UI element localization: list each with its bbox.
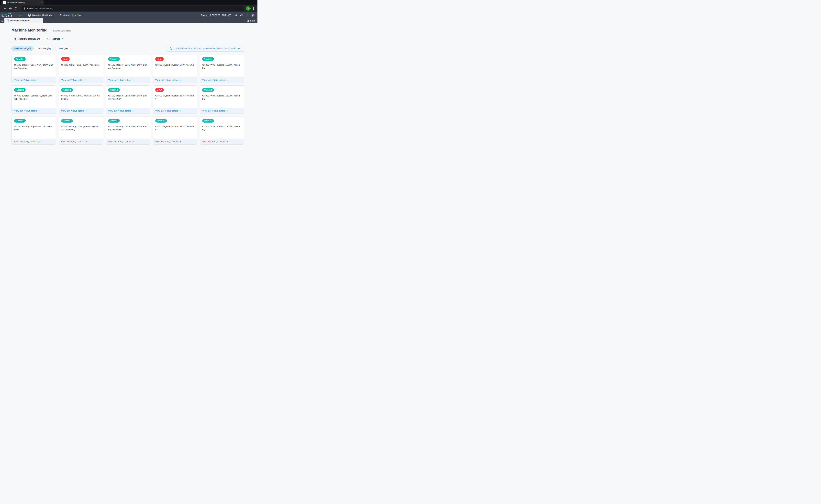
- view-details-label: View last 7 days details: [108, 79, 131, 81]
- machine-card: Available OP300_Wind_Turbine_1500W_Assem…: [200, 55, 244, 83]
- view-details-label: View last 7 days details: [14, 140, 37, 143]
- view-details-link[interactable]: View last 7 days details: [153, 77, 197, 83]
- filter-pills: All Machines (96) Available (43) Down (5…: [11, 46, 71, 51]
- dashboard-tab-icon: [7, 19, 9, 22]
- view-details-label: View last 7 days details: [155, 79, 178, 81]
- tab-realtime-dashboard[interactable]: Realtime Dashboard: [11, 38, 45, 42]
- machine-name: OP600_Smart_Grid_Controller_2.0_Assembly: [61, 94, 100, 100]
- info-banner-text: Utilization and Availability are compute…: [174, 47, 241, 50]
- chevron-right-icon: [179, 141, 181, 143]
- view-details-link[interactable]: View last 7 days details: [106, 139, 150, 144]
- page-header: Machine Monitoring Realtime Dashboard: [11, 28, 244, 32]
- view-details-label: View last 7 days details: [155, 110, 178, 112]
- back-icon[interactable]: [2, 6, 8, 11]
- view-details-label: View last 7 days details: [14, 79, 37, 81]
- view-details-link[interactable]: View last 7 days details: [200, 139, 244, 144]
- browser-toolbar: lcsrv02/MachineMonitoring V: [0, 5, 258, 12]
- breadcrumb-chevron-icon: [49, 30, 50, 31]
- machine-name: OP400_Hybrid_Inverter_5KW_Assembly: [155, 125, 194, 131]
- tab-close-icon[interactable]: ×: [40, 1, 42, 4]
- filter-down[interactable]: Down (53): [55, 46, 71, 51]
- dashboard-grid-icon: [14, 38, 16, 40]
- info-icon: [169, 47, 172, 50]
- view-details-label: View last 7 days details: [202, 79, 225, 81]
- chevron-right-icon: [38, 79, 40, 81]
- chevron-right-icon: [179, 110, 181, 112]
- view-details-link[interactable]: View last 7 days details: [200, 108, 244, 114]
- view-details-link[interactable]: View last 7 days details: [59, 108, 103, 114]
- save-button[interactable]: Save: [247, 18, 258, 23]
- forward-icon[interactable]: [8, 6, 13, 11]
- machine-card: Available OP300_Wind_Turbine_1500W_Assem…: [200, 116, 244, 145]
- view-details-link[interactable]: View last 7 days details: [106, 108, 150, 114]
- view-details-link[interactable]: View last 7 days details: [12, 139, 56, 144]
- linecraft-logo[interactable]: linecraft.ai: [0, 13, 15, 17]
- announcement-icon[interactable]: [239, 12, 244, 18]
- status-badge: Available: [14, 119, 26, 123]
- status-badge: Available: [61, 119, 73, 123]
- chevron-right-icon: [38, 110, 40, 112]
- machine-card: Available OP100_Battery_Case_New_240V_Ba…: [105, 116, 150, 145]
- status-badge: Available: [155, 119, 167, 123]
- view-details-label: View last 7 days details: [108, 140, 131, 143]
- logo-text: linecraft.ai: [2, 15, 15, 17]
- view-details-link[interactable]: View last 7 days details: [59, 77, 103, 83]
- notifications-bell-icon[interactable]: [233, 12, 239, 18]
- info-banner: Utilization and Availability are compute…: [166, 46, 244, 52]
- filter-available[interactable]: Available (43): [35, 46, 53, 51]
- settings-gear-icon[interactable]: [250, 12, 255, 18]
- view-details-label: View last 7 days details: [108, 110, 131, 112]
- url-bar[interactable]: lcsrv02/MachineMonitoring: [21, 6, 244, 11]
- machine-name: OP800_Energy_Management_System_3.0_Assem…: [61, 125, 100, 131]
- machine-name: OP100_Battery_Case_New_240V_Battery Asse…: [108, 94, 147, 100]
- filter-row: All Machines (96) Available (43) Down (5…: [11, 46, 244, 52]
- chevron-right-icon: [38, 141, 40, 143]
- browser-menu-icon[interactable]: [252, 6, 256, 11]
- machine-card: Available OP400_Hybrid_Inverter_5KW_Asse…: [153, 116, 197, 145]
- workspace-tab-realtime-dashboard[interactable]: Realtime Dashboard: [4, 18, 43, 23]
- chevron-right-icon: [227, 141, 228, 143]
- status-badge: Down: [155, 57, 164, 61]
- apps-grid-icon[interactable]: [15, 12, 25, 18]
- workspace-tab-bar: Realtime Dashboard Save: [0, 18, 258, 23]
- machine-card: Down OP400_Hybrid_Inverter_5KW_Assembly …: [153, 85, 197, 114]
- machine-card: Down OP400_Hybrid_Inverter_5KW_Assembly …: [153, 55, 197, 83]
- machine-name: OP200_Solar_Panel_300W_Assembly: [61, 63, 100, 66]
- view-details-link[interactable]: View last 7 days details: [200, 77, 244, 83]
- heatmap-bubbles-icon: [47, 38, 49, 40]
- view-details-link[interactable]: View last 7 days details: [59, 139, 103, 144]
- status-badge: Down: [61, 57, 70, 61]
- status-badge: Available: [108, 57, 120, 61]
- favicon: [3, 1, 6, 4]
- view-details-label: View last 7 days details: [61, 110, 84, 112]
- breadcrumb-label: Realtime Dashboard: [52, 30, 71, 32]
- status-badge: Available: [202, 88, 214, 92]
- page-content: Machine Monitoring Realtime Dashboard Re…: [0, 28, 258, 145]
- account-icon[interactable]: [244, 12, 250, 18]
- browser-avatar[interactable]: V: [246, 6, 251, 11]
- view-details-link[interactable]: View last 7 days details: [12, 77, 56, 83]
- header-actions: Data as of: 00:00:00 | 11/Jun/25: [201, 12, 258, 18]
- view-details-link[interactable]: View last 7 days details: [12, 108, 56, 114]
- page-title: Machine Monitoring: [11, 28, 47, 32]
- chevron-right-icon: [85, 141, 87, 143]
- chevron-right-icon: [85, 79, 87, 81]
- lock-icon: [23, 7, 25, 10]
- view-details-link[interactable]: View last 7 days details: [153, 139, 197, 144]
- machine-card: Down OP200_Solar_Panel_300W_Assembly Uti…: [59, 55, 103, 83]
- machine-name: OP100_Battery_Case_New_240V_Battery Asse…: [108, 63, 147, 70]
- bookmark-list-icon[interactable]: [0, 18, 4, 23]
- machine-card: Available OP100_Battery_Case_New_240V_Ba…: [105, 55, 150, 83]
- plant-line-context[interactable]: Plant Name, Line Name: [57, 14, 86, 16]
- reload-icon[interactable]: [13, 6, 19, 11]
- tab-heatmap[interactable]: Heatmap: [47, 38, 63, 42]
- machine-name: OP300_Wind_Turbine_1500W_Assembly: [202, 94, 242, 100]
- filter-all-machines[interactable]: All Machines (96): [11, 46, 33, 51]
- url-host: lcsrv02: [27, 7, 34, 10]
- browser-tab[interactable]: Machine Monitoring ×: [1, 0, 44, 5]
- machine-card: Available OP300_Wind_Turbine_1500W_Assem…: [200, 85, 244, 114]
- chevron-right-icon: [227, 79, 228, 81]
- status-badge: Available: [61, 88, 73, 92]
- view-details-link[interactable]: View last 7 days details: [106, 77, 150, 83]
- view-details-link[interactable]: View last 7 days details: [153, 108, 197, 114]
